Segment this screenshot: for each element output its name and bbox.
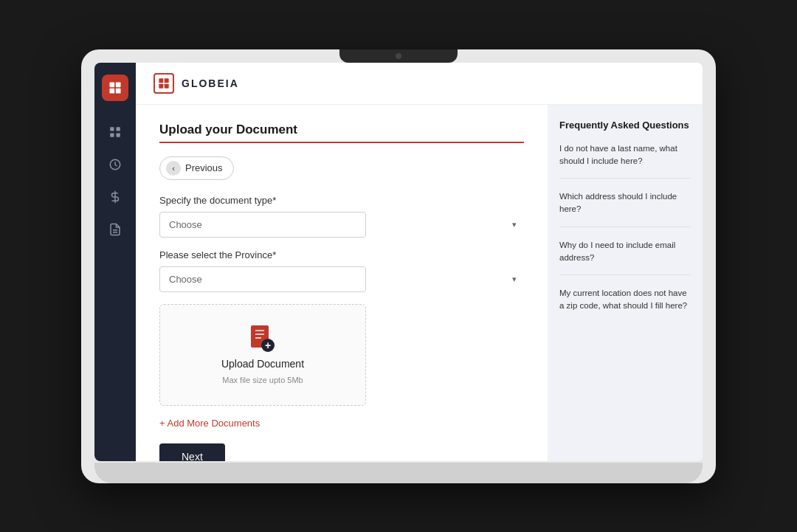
svg-text:+: + bbox=[265, 339, 271, 351]
svg-rect-3 bbox=[116, 88, 121, 93]
province-arrow-icon: ▾ bbox=[512, 274, 517, 284]
select-arrow-icon: ▾ bbox=[512, 220, 517, 229]
svg-rect-14 bbox=[159, 83, 163, 88]
sidebar-grid-icon[interactable] bbox=[102, 119, 128, 145]
title-underline bbox=[159, 142, 524, 143]
sidebar-clock-icon[interactable] bbox=[102, 151, 128, 178]
upload-document-box[interactable]: + Upload Document Max file size upto 5Mb bbox=[159, 304, 366, 406]
laptop-frame: GLOBEIA Upload your Document ‹ Previous … bbox=[81, 49, 716, 483]
province-select[interactable]: Choose bbox=[159, 266, 366, 292]
faq-item-3: Why do I need to include email address? bbox=[559, 239, 691, 276]
laptop-base bbox=[94, 463, 703, 483]
camera bbox=[396, 53, 401, 59]
svg-rect-4 bbox=[110, 127, 114, 131]
faq-item-1: I do not have a last name, what should I… bbox=[559, 142, 691, 179]
faq-question-4: My current location does not have a zip … bbox=[559, 289, 687, 310]
svg-rect-6 bbox=[110, 133, 114, 137]
province-wrapper: Choose ▾ bbox=[159, 266, 524, 292]
add-more-documents-link[interactable]: + Add More Documents bbox=[159, 418, 524, 429]
upload-document-subtitle: Max file size upto 5Mb bbox=[222, 376, 303, 384]
faq-question-2: Which address should I include here? bbox=[559, 192, 677, 213]
brand-name: GLOBEIA bbox=[182, 77, 239, 89]
upload-file-icon: + bbox=[249, 325, 276, 352]
document-type-wrapper: Choose ▾ bbox=[159, 212, 524, 238]
faq-title: Frequently Asked Questions bbox=[559, 120, 691, 131]
document-type-select[interactable]: Choose bbox=[159, 212, 366, 238]
camera-bar bbox=[339, 49, 458, 63]
content-area: Upload your Document ‹ Previous Specify … bbox=[136, 105, 703, 461]
svg-rect-5 bbox=[117, 127, 120, 131]
document-type-label: Specify the document type* bbox=[159, 195, 524, 206]
svg-rect-13 bbox=[165, 78, 169, 83]
faq-item-2: Which address should I include here? bbox=[559, 190, 691, 227]
svg-rect-1 bbox=[116, 82, 121, 87]
laptop-screen: GLOBEIA Upload your Document ‹ Previous … bbox=[94, 63, 703, 461]
chevron-left-icon: ‹ bbox=[166, 161, 181, 176]
sidebar-dollar-icon[interactable] bbox=[102, 184, 128, 210]
faq-question-3: Why do I need to include email address? bbox=[559, 241, 675, 262]
svg-rect-2 bbox=[110, 88, 115, 93]
svg-rect-12 bbox=[159, 78, 163, 83]
previous-button[interactable]: ‹ Previous bbox=[159, 156, 234, 180]
faq-section: Frequently Asked Questions I do not have… bbox=[548, 105, 703, 461]
page-title: Upload your Document bbox=[159, 122, 524, 137]
province-label: Please select the Province* bbox=[159, 249, 524, 260]
form-section: Upload your Document ‹ Previous Specify … bbox=[136, 105, 548, 461]
main-content: GLOBEIA Upload your Document ‹ Previous … bbox=[136, 63, 703, 461]
svg-rect-18 bbox=[255, 334, 264, 335]
brand-logo-icon bbox=[153, 73, 174, 94]
svg-rect-7 bbox=[117, 133, 120, 137]
upload-document-title: Upload Document bbox=[221, 358, 304, 370]
faq-question-1: I do not have a last name, what should I… bbox=[559, 144, 677, 165]
sidebar-doc-icon[interactable] bbox=[102, 216, 128, 243]
svg-rect-17 bbox=[255, 330, 264, 331]
previous-label: Previous bbox=[185, 162, 223, 173]
svg-rect-0 bbox=[110, 82, 115, 87]
sidebar bbox=[94, 63, 136, 461]
next-button[interactable]: Next bbox=[159, 443, 225, 461]
svg-rect-15 bbox=[165, 83, 169, 88]
svg-rect-19 bbox=[255, 337, 261, 339]
top-bar: GLOBEIA bbox=[136, 63, 703, 105]
faq-item-4: My current location does not have a zip … bbox=[559, 287, 691, 323]
sidebar-logo bbox=[102, 75, 128, 101]
